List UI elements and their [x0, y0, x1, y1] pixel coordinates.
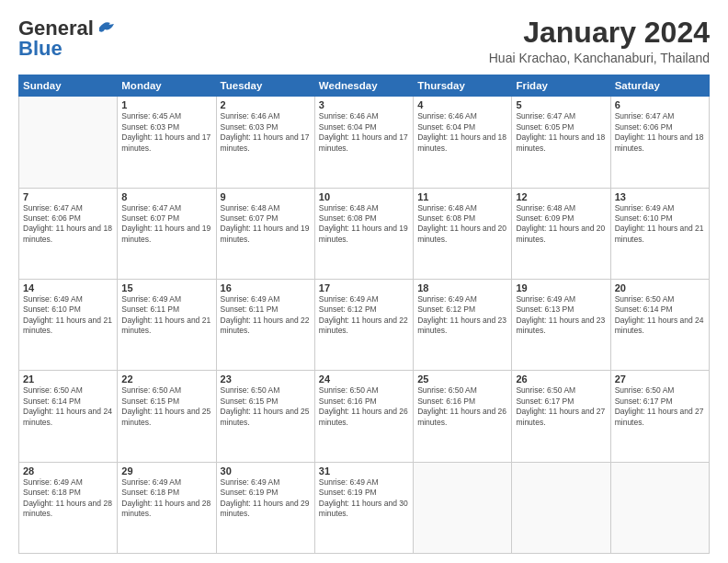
sunrise-text: Sunrise: 6:47 AM: [516, 111, 575, 121]
table-row: 3 Sunrise: 6:46 AM Sunset: 6:04 PM Dayli…: [314, 97, 413, 188]
table-row: 18 Sunrise: 6:49 AM Sunset: 6:12 PM Dayl…: [414, 279, 512, 370]
table-row: [414, 462, 512, 553]
calendar-week-row: 28 Sunrise: 6:49 AM Sunset: 6:18 PM Dayl…: [19, 462, 710, 553]
sunrise-text: Sunrise: 6:50 AM: [615, 385, 675, 395]
daylight-text: Daylight: 11 hours and 28 minutes.: [121, 499, 210, 518]
sunrise-text: Sunrise: 6:50 AM: [121, 385, 181, 395]
table-row: 20 Sunrise: 6:50 AM Sunset: 6:14 PM Dayl…: [610, 279, 709, 370]
table-row: 2 Sunrise: 6:46 AM Sunset: 6:03 PM Dayli…: [216, 97, 314, 188]
daylight-text: Daylight: 11 hours and 19 minutes.: [319, 224, 408, 243]
table-row: [19, 97, 118, 188]
daylight-text: Daylight: 11 hours and 17 minutes.: [121, 132, 210, 152]
day-info: Sunrise: 6:50 AM Sunset: 6:17 PM Dayligh…: [516, 385, 606, 428]
day-number: 26: [516, 373, 606, 385]
table-row: 31 Sunrise: 6:49 AM Sunset: 6:19 PM Dayl…: [314, 462, 413, 553]
sunrise-text: Sunrise: 6:49 AM: [23, 477, 83, 487]
sunset-text: Sunset: 6:15 PM: [221, 396, 279, 406]
sunrise-text: Sunrise: 6:50 AM: [221, 385, 280, 395]
table-row: [512, 462, 610, 553]
sunset-text: Sunset: 6:18 PM: [121, 488, 179, 497]
day-info: Sunrise: 6:47 AM Sunset: 6:06 PM Dayligh…: [23, 203, 113, 246]
daylight-text: Daylight: 11 hours and 30 minutes.: [319, 499, 408, 518]
sunrise-text: Sunrise: 6:49 AM: [221, 294, 280, 304]
daylight-text: Daylight: 11 hours and 21 minutes.: [23, 316, 112, 335]
day-info: Sunrise: 6:46 AM Sunset: 6:04 PM Dayligh…: [417, 111, 507, 154]
table-row: 13 Sunrise: 6:49 AM Sunset: 6:10 PM Dayl…: [610, 188, 709, 279]
sunset-text: Sunset: 6:16 PM: [319, 396, 377, 406]
day-number: 30: [221, 465, 311, 477]
day-info: Sunrise: 6:49 AM Sunset: 6:12 PM Dayligh…: [319, 294, 409, 337]
sunset-text: Sunset: 6:04 PM: [417, 122, 475, 132]
day-info: Sunrise: 6:49 AM Sunset: 6:19 PM Dayligh…: [221, 477, 311, 520]
sunset-text: Sunset: 6:04 PM: [319, 122, 377, 132]
daylight-text: Daylight: 11 hours and 25 minutes.: [121, 407, 210, 426]
calendar-week-row: 7 Sunrise: 6:47 AM Sunset: 6:06 PM Dayli…: [19, 188, 710, 279]
calendar-week-row: 14 Sunrise: 6:49 AM Sunset: 6:10 PM Dayl…: [19, 279, 710, 370]
sunset-text: Sunset: 6:12 PM: [319, 304, 377, 314]
daylight-text: Daylight: 11 hours and 23 minutes.: [417, 316, 506, 335]
sunset-text: Sunset: 6:19 PM: [319, 488, 377, 497]
daylight-text: Daylight: 11 hours and 26 minutes.: [417, 407, 506, 426]
daylight-text: Daylight: 11 hours and 25 minutes.: [221, 407, 310, 426]
day-info: Sunrise: 6:50 AM Sunset: 6:17 PM Dayligh…: [615, 385, 705, 428]
sunset-text: Sunset: 6:10 PM: [23, 304, 81, 314]
sunset-text: Sunset: 6:07 PM: [221, 213, 279, 223]
sunrise-text: Sunrise: 6:50 AM: [23, 385, 83, 395]
sunrise-text: Sunrise: 6:49 AM: [121, 477, 181, 487]
day-number: 2: [221, 99, 311, 110]
sunrise-text: Sunrise: 6:50 AM: [417, 385, 477, 395]
table-row: [610, 462, 709, 553]
table-row: 22 Sunrise: 6:50 AM Sunset: 6:15 PM Dayl…: [118, 371, 216, 462]
daylight-text: Daylight: 11 hours and 17 minutes.: [221, 132, 310, 152]
sunset-text: Sunset: 6:16 PM: [417, 396, 475, 406]
sunrise-text: Sunrise: 6:50 AM: [319, 385, 379, 395]
header-tuesday: Tuesday: [216, 75, 314, 97]
sunrise-text: Sunrise: 6:49 AM: [23, 294, 83, 304]
day-number: 18: [417, 282, 507, 293]
table-row: 23 Sunrise: 6:50 AM Sunset: 6:15 PM Dayl…: [216, 371, 314, 462]
day-info: Sunrise: 6:48 AM Sunset: 6:08 PM Dayligh…: [319, 203, 409, 246]
day-number: 27: [615, 373, 705, 385]
sunset-text: Sunset: 6:06 PM: [23, 213, 81, 223]
table-row: 16 Sunrise: 6:49 AM Sunset: 6:11 PM Dayl…: [216, 279, 314, 370]
calendar-subtitle: Huai Krachao, Kanchanaburi, Thailand: [489, 51, 710, 65]
day-info: Sunrise: 6:49 AM Sunset: 6:10 PM Dayligh…: [615, 203, 705, 246]
sunrise-text: Sunrise: 6:48 AM: [221, 203, 280, 213]
weekday-header-row: Sunday Monday Tuesday Wednesday Thursday…: [19, 75, 710, 97]
table-row: 1 Sunrise: 6:45 AM Sunset: 6:03 PM Dayli…: [118, 97, 216, 188]
day-number: 7: [23, 191, 113, 202]
day-info: Sunrise: 6:48 AM Sunset: 6:09 PM Dayligh…: [516, 203, 606, 246]
day-info: Sunrise: 6:50 AM Sunset: 6:14 PM Dayligh…: [615, 294, 705, 337]
daylight-text: Daylight: 11 hours and 26 minutes.: [319, 407, 408, 426]
sunset-text: Sunset: 6:18 PM: [23, 488, 81, 497]
day-number: 20: [615, 282, 705, 293]
daylight-text: Daylight: 11 hours and 21 minutes.: [121, 316, 210, 335]
day-number: 15: [121, 282, 211, 293]
day-info: Sunrise: 6:46 AM Sunset: 6:04 PM Dayligh…: [319, 111, 409, 154]
daylight-text: Daylight: 11 hours and 27 minutes.: [516, 407, 605, 426]
calendar-week-row: 21 Sunrise: 6:50 AM Sunset: 6:14 PM Dayl…: [19, 371, 710, 462]
sunrise-text: Sunrise: 6:49 AM: [516, 294, 575, 304]
daylight-text: Daylight: 11 hours and 19 minutes.: [221, 224, 310, 243]
sunset-text: Sunset: 6:09 PM: [516, 213, 574, 223]
table-row: 9 Sunrise: 6:48 AM Sunset: 6:07 PM Dayli…: [216, 188, 314, 279]
table-row: 6 Sunrise: 6:47 AM Sunset: 6:06 PM Dayli…: [610, 97, 709, 188]
day-info: Sunrise: 6:50 AM Sunset: 6:16 PM Dayligh…: [319, 385, 409, 428]
day-info: Sunrise: 6:49 AM Sunset: 6:11 PM Dayligh…: [121, 294, 211, 337]
sunrise-text: Sunrise: 6:46 AM: [221, 111, 280, 121]
table-row: 25 Sunrise: 6:50 AM Sunset: 6:16 PM Dayl…: [414, 371, 512, 462]
day-number: 10: [319, 191, 409, 202]
day-info: Sunrise: 6:50 AM Sunset: 6:14 PM Dayligh…: [23, 385, 113, 428]
day-info: Sunrise: 6:50 AM Sunset: 6:15 PM Dayligh…: [121, 385, 211, 428]
daylight-text: Daylight: 11 hours and 18 minutes.: [516, 132, 605, 152]
table-row: 11 Sunrise: 6:48 AM Sunset: 6:08 PM Dayl…: [414, 188, 512, 279]
day-info: Sunrise: 6:45 AM Sunset: 6:03 PM Dayligh…: [121, 111, 211, 154]
daylight-text: Daylight: 11 hours and 22 minutes.: [221, 316, 310, 335]
sunset-text: Sunset: 6:05 PM: [516, 122, 574, 132]
table-row: 26 Sunrise: 6:50 AM Sunset: 6:17 PM Dayl…: [512, 371, 610, 462]
daylight-text: Daylight: 11 hours and 17 minutes.: [319, 132, 408, 152]
sunrise-text: Sunrise: 6:50 AM: [615, 294, 675, 304]
sunrise-text: Sunrise: 6:49 AM: [319, 477, 379, 487]
table-row: 27 Sunrise: 6:50 AM Sunset: 6:17 PM Dayl…: [610, 371, 709, 462]
daylight-text: Daylight: 11 hours and 23 minutes.: [516, 316, 605, 335]
